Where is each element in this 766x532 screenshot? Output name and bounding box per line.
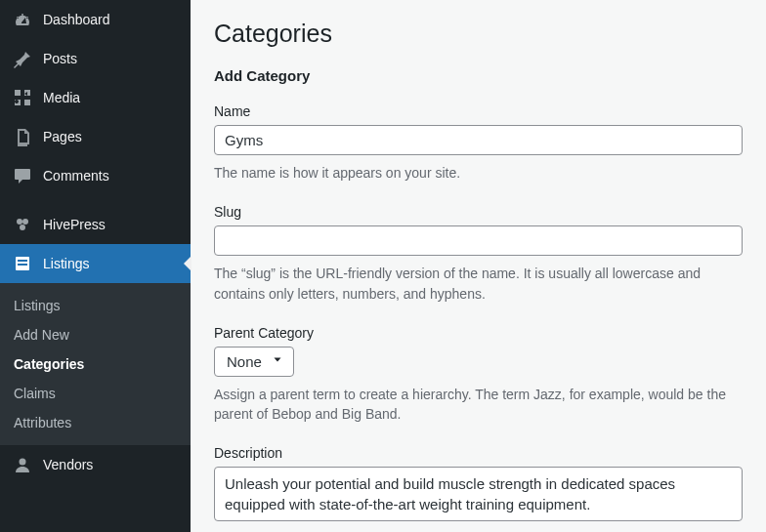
sidebar-item-label: Vendors [43,457,93,472]
parent-select[interactable]: None [214,347,294,377]
sidebar-item-posts[interactable]: Posts [0,39,191,78]
parent-description: Assign a parent term to create a hierarc… [214,385,743,425]
sidebar-item-label: Pages [43,129,82,144]
svg-rect-4 [18,260,27,262]
sidebar-item-label: Comments [43,168,109,184]
sidebar-item-media[interactable]: Media [0,78,191,117]
page-title: Categories [214,20,743,48]
svg-point-6 [20,459,26,466]
field-parent-category: Parent Category None Assign a parent ter… [214,325,743,425]
media-icon [12,88,33,107]
submenu-item-listings[interactable]: Listings [0,291,191,320]
parent-label: Parent Category [214,325,743,341]
vendor-icon [12,455,33,474]
field-description: Description [214,445,743,524]
submenu-item-categories[interactable]: Categories [0,349,191,379]
sidebar-item-label: Dashboard [43,12,110,27]
pages-icon [12,127,33,146]
description-label: Description [214,445,743,461]
sidebar-item-hivepress[interactable]: HivePress [0,205,191,244]
section-title: Add Category [214,67,743,84]
sidebar-item-label: Media [43,90,80,105]
name-description: The name is how it appears on your site. [214,163,743,183]
pin-icon [12,49,33,68]
submenu-item-attributes[interactable]: Attributes [0,408,191,437]
submenu-item-add-new[interactable]: Add New [0,320,191,349]
listings-icon [12,254,33,273]
sidebar-item-label: Posts [43,51,77,66]
parent-select-wrap: None [214,347,294,377]
description-textarea[interactable] [214,467,743,521]
hivepress-icon [12,215,33,234]
sidebar-item-label: HivePress [43,217,106,232]
comment-icon [12,166,33,185]
svg-point-2 [20,225,25,230]
sidebar-item-pages[interactable]: Pages [0,117,191,156]
svg-rect-5 [18,264,27,266]
main-content: Categories Add Category Name The name is… [191,0,766,532]
field-slug: Slug The “slug” is the URL-friendly vers… [214,204,743,304]
sidebar-submenu: Listings Add New Categories Claims Attri… [0,283,191,445]
field-name: Name The name is how it appears on your … [214,103,743,183]
dashboard-icon [12,10,33,29]
name-label: Name [214,103,743,119]
admin-sidebar: Dashboard Posts Media Pages Comments Hiv… [0,0,191,532]
name-input[interactable] [214,125,743,155]
slug-input[interactable] [214,225,743,256]
submenu-item-claims[interactable]: Claims [0,379,191,408]
sidebar-item-label: Listings [43,256,89,271]
sidebar-item-vendors[interactable]: Vendors [0,445,191,484]
sidebar-item-dashboard[interactable]: Dashboard [0,0,191,39]
svg-point-1 [22,219,28,225]
svg-point-0 [17,219,22,225]
sidebar-item-listings[interactable]: Listings [0,244,191,283]
slug-label: Slug [214,204,743,220]
slug-description: The “slug” is the URL-friendly version o… [214,264,743,304]
sidebar-item-comments[interactable]: Comments [0,156,191,195]
